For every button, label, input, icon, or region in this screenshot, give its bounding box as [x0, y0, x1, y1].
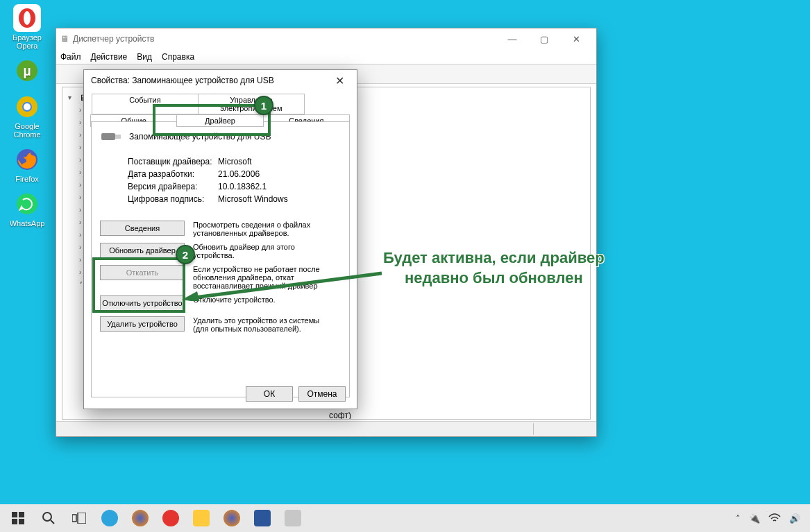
tree-row-partial[interactable]: софт)	[65, 409, 587, 420]
info-row: Цифровая подпись:Microsoft Windows	[128, 194, 341, 204]
svg-rect-13	[12, 512, 17, 517]
taskbar-app-explorer[interactable]	[186, 504, 217, 532]
details-button[interactable]: Сведения	[100, 221, 185, 236]
dialog-title: Свойства: Запоминающее устройство для US…	[91, 76, 329, 85]
svg-rect-10	[115, 135, 121, 139]
desktop-icon-opera[interactable]: Браузер Opera	[4, 4, 50, 50]
desktop-icon-label: Firefox	[15, 175, 39, 183]
annotation-text: Будет активна, если драйвер недавно был …	[383, 248, 605, 288]
taskbar-app-firefox[interactable]	[125, 504, 155, 532]
tray-volume-icon[interactable]: 🔊	[789, 513, 800, 524]
maximize-button[interactable]: ▢	[528, 28, 560, 49]
svg-point-6	[24, 103, 31, 110]
dialog-titlebar[interactable]: Свойства: Запоминающее устройство для US…	[84, 70, 357, 91]
taskbar-app-firefox2[interactable]	[217, 504, 247, 532]
tabs: События Управление электропитанием Общие…	[91, 94, 350, 121]
annotation-badge-1: 1	[254, 96, 273, 115]
desktop-icon-chrome[interactable]: Google Chrome	[4, 93, 50, 139]
desktop-icon-utorrent[interactable]: µ	[4, 57, 50, 86]
button-description: Просмотреть сведения о файлах установлен…	[193, 221, 332, 237]
opera-icon	[13, 4, 41, 32]
minimize-button[interactable]: —	[496, 28, 528, 49]
tab-events[interactable]: События	[92, 94, 199, 114]
firefox-icon	[13, 146, 41, 173]
menu-help[interactable]: Справка	[162, 52, 194, 62]
menubar: Файл Действие Вид Справка	[56, 49, 596, 65]
taskbar-app-word[interactable]	[247, 504, 278, 532]
svg-marker-12	[182, 291, 200, 301]
cancel-button[interactable]: Отмена	[298, 386, 346, 402]
svg-rect-9	[101, 133, 115, 140]
info-row: Версия драйвера:10.0.18362.1	[128, 182, 341, 191]
utorrent-icon: µ	[13, 57, 41, 85]
desktop-icon-label: WhatsApp	[10, 219, 45, 228]
desktop-icon-whatsapp[interactable]: WhatsApp	[4, 190, 50, 228]
svg-rect-19	[72, 515, 76, 522]
annotation-arrow	[180, 266, 389, 301]
uninstall-device-button[interactable]: Удалить устройство	[100, 316, 185, 332]
search-button[interactable]	[33, 504, 64, 532]
ok-button[interactable]: ОК	[246, 386, 293, 402]
svg-point-17	[43, 513, 51, 521]
chrome-icon	[13, 93, 41, 121]
desktop-icon-label: Браузер Opera	[4, 33, 50, 50]
menu-action[interactable]: Действие	[91, 52, 128, 62]
close-button[interactable]: ✕	[560, 28, 592, 49]
window-icon: 🖥	[60, 34, 69, 44]
tray-wifi-icon[interactable]	[768, 513, 781, 524]
disable-device-button[interactable]: Отключить устройство	[100, 295, 185, 311]
button-description: Обновить драйвер для этого устройства.	[193, 243, 332, 259]
svg-point-1	[24, 11, 31, 25]
menu-view[interactable]: Вид	[137, 52, 152, 62]
usb-device-icon	[100, 129, 122, 144]
desktop-icon-firefox[interactable]: Firefox	[4, 146, 50, 183]
svg-rect-15	[12, 519, 17, 524]
tab-power[interactable]: Управление электропитанием	[198, 94, 305, 114]
start-button[interactable]	[3, 504, 33, 532]
dialog-close-button[interactable]: ✕	[329, 74, 350, 87]
device-name: Запоминающее устройство для USB	[129, 132, 271, 141]
info-row: Дата разработки:21.06.2006	[128, 169, 341, 179]
svg-text:µ: µ	[23, 63, 31, 78]
taskbar-app-opera[interactable]	[155, 504, 186, 532]
tab-body: Запоминающее устройство для USB Поставщи…	[91, 121, 350, 397]
update-driver-button[interactable]: Обновить драйвер	[100, 243, 185, 258]
svg-rect-14	[19, 512, 24, 517]
info-row: Поставщик драйвера:Microsoft	[128, 157, 341, 166]
taskbar-app-telegram[interactable]	[94, 504, 125, 532]
svg-rect-16	[19, 519, 24, 524]
window-title: Диспетчер устройств	[73, 34, 496, 44]
svg-point-8	[17, 194, 37, 214]
rollback-button[interactable]: Откатить	[100, 265, 185, 280]
svg-line-11	[194, 273, 382, 298]
menu-file[interactable]: Файл	[60, 52, 81, 62]
tab-driver[interactable]: Драйвер	[176, 114, 263, 127]
taskbar-app-devmgr[interactable]	[278, 504, 308, 532]
whatsapp-icon	[13, 190, 41, 218]
desktop-icon-label: Google Chrome	[4, 122, 50, 139]
titlebar[interactable]: 🖥 Диспетчер устройств — ▢ ✕	[56, 28, 596, 49]
button-description: Удалить это устройство из системы (для о…	[193, 316, 332, 333]
properties-dialog: Свойства: Запоминающее устройство для US…	[83, 69, 357, 409]
statusbar	[56, 421, 596, 436]
tray-battery-icon[interactable]: 🔌	[749, 513, 760, 524]
task-view-button[interactable]	[64, 504, 94, 532]
taskbar: ˄ 🔌 🔊	[0, 504, 810, 532]
system-tray: ˄ 🔌 🔊	[736, 513, 807, 524]
svg-line-18	[51, 520, 54, 524]
tray-chevron-icon[interactable]: ˄	[736, 513, 741, 524]
desktop-icons: Браузер Opera µ Google Chrome Firefox Wh…	[4, 4, 50, 228]
annotation-badge-2: 2	[176, 245, 195, 264]
svg-rect-20	[78, 513, 86, 524]
